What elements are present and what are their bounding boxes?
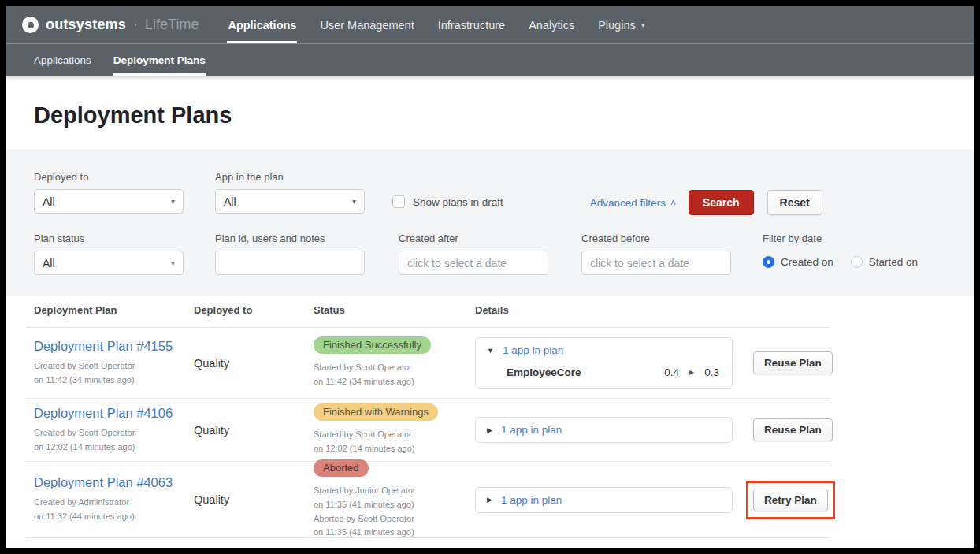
table-header: Deployment Plan Deployed to Status Detai… bbox=[26, 304, 830, 328]
retry-plan-button[interactable]: Retry Plan bbox=[753, 489, 828, 511]
outsystems-logo-icon bbox=[22, 17, 39, 33]
plan-status-select[interactable]: All ▾ bbox=[34, 251, 184, 275]
filter-app-in-plan: App in the plan All ▾ bbox=[215, 171, 365, 214]
filter-deployed-to: Deployed to All ▾ bbox=[34, 171, 184, 214]
column-header-deployment-plan: Deployment Plan bbox=[26, 304, 186, 316]
deployed-to-value: Quality bbox=[194, 493, 229, 506]
plan-id-label: Plan id, users and notes bbox=[215, 232, 365, 244]
status-info: Started by Scott Operator on 11:42 (34 m… bbox=[314, 361, 467, 389]
radio-started-on[interactable]: Started on bbox=[851, 256, 918, 268]
top-navigation-bar: outsystems · LifeTime Applications User … bbox=[6, 6, 974, 44]
details-panel: ▼ 1 app in plan EmployeeCore 0.4 ▶ 0.3 bbox=[475, 337, 733, 389]
apps-in-plan-toggle[interactable]: ▶ 1 app in plan bbox=[487, 424, 721, 436]
brand-logo[interactable]: outsystems · LifeTime bbox=[22, 6, 199, 43]
column-header-actions bbox=[745, 304, 830, 316]
created-before-input[interactable] bbox=[581, 251, 731, 275]
plan-created-info: Created by Scott Operator on 11:42 (34 m… bbox=[34, 359, 186, 387]
app-in-plan-select[interactable]: All ▾ bbox=[215, 189, 365, 214]
details-panel: ▶ 1 app in plan bbox=[475, 487, 733, 513]
sub-nav-applications[interactable]: Applications bbox=[23, 44, 102, 76]
deployed-to-value: Quality bbox=[194, 357, 229, 370]
top-nav-infrastructure[interactable]: Infrastructure bbox=[426, 6, 517, 43]
chevron-up-icon: ˄ bbox=[670, 198, 676, 209]
plan-created-info: Created by Administrator on 11:32 (44 mi… bbox=[34, 496, 186, 523]
main-content: Deployment Plans Deployed to All ▾ App i… bbox=[6, 76, 974, 548]
column-header-details: Details bbox=[467, 304, 745, 316]
status-info: Started by Scott Operator on 12:02 (14 m… bbox=[314, 428, 467, 455]
triangle-collapsed-icon: ▶ bbox=[487, 426, 492, 434]
annotation-highlight-box: Retry Plan bbox=[746, 481, 835, 519]
version-arrow-icon: ▶ bbox=[689, 369, 694, 376]
plan-link[interactable]: Deployment Plan #4106 bbox=[34, 406, 173, 421]
created-after-input[interactable] bbox=[399, 251, 548, 275]
status-info: Started by Junior Operator on 11:35 (41 … bbox=[314, 484, 467, 539]
reset-button[interactable]: Reset bbox=[767, 190, 822, 215]
filter-created-before: Created before bbox=[581, 232, 731, 275]
table-row: Deployment Plan #4063 Created by Adminis… bbox=[26, 462, 830, 538]
column-header-deployed-to: Deployed to bbox=[186, 304, 306, 316]
column-header-status: Status bbox=[306, 304, 467, 316]
advanced-filters-link[interactable]: Advanced filters ˄ bbox=[590, 197, 676, 209]
created-before-label: Created before bbox=[581, 232, 731, 244]
plugins-dropdown-caret-icon: ▾ bbox=[641, 20, 645, 29]
top-nav: Applications User Management Infrastruct… bbox=[216, 6, 656, 43]
filter-plan-status: Plan status All ▾ bbox=[34, 232, 184, 275]
triangle-expanded-icon: ▼ bbox=[487, 347, 494, 355]
from-version: 0.4 bbox=[664, 366, 679, 378]
show-drafts-checkbox[interactable] bbox=[392, 195, 405, 208]
plan-id-input[interactable] bbox=[215, 251, 365, 275]
created-after-label: Created after bbox=[399, 232, 548, 244]
filters-panel: Deployed to All ▾ App in the plan All ▾ bbox=[6, 149, 974, 296]
chevron-down-icon: ▾ bbox=[171, 258, 175, 267]
radio-selected-icon bbox=[763, 256, 774, 268]
to-version: 0.3 bbox=[704, 366, 719, 378]
filter-by-date-label: Filter by date bbox=[763, 232, 918, 244]
app-name: EmployeeCore bbox=[507, 366, 581, 378]
lifetime-page: outsystems · LifeTime Applications User … bbox=[6, 6, 974, 548]
brand-separator-dot: · bbox=[133, 17, 138, 33]
radio-unselected-icon bbox=[851, 256, 863, 268]
filters-row-2: Plan status All ▾ Plan id, users and not… bbox=[34, 232, 946, 275]
apps-in-plan-toggle[interactable]: ▼ 1 app in plan bbox=[487, 344, 721, 356]
brand-product-name: LifeTime bbox=[145, 17, 199, 33]
filter-created-after: Created after bbox=[399, 232, 548, 275]
reuse-plan-button[interactable]: Reuse Plan bbox=[753, 351, 833, 374]
top-nav-user-management[interactable]: User Management bbox=[308, 6, 425, 43]
radio-created-on[interactable]: Created on bbox=[763, 256, 833, 268]
triangle-collapsed-icon: ▶ bbox=[487, 496, 492, 504]
secondary-navigation-bar: Applications Deployment Plans bbox=[6, 44, 974, 76]
plan-status-label: Plan status bbox=[34, 232, 184, 244]
reuse-plan-button[interactable]: Reuse Plan bbox=[753, 418, 833, 441]
app-in-plan-label: App in the plan bbox=[215, 171, 365, 183]
top-nav-plugins[interactable]: Plugins ▾ bbox=[586, 6, 657, 43]
page-title: Deployment Plans bbox=[34, 102, 974, 128]
app-version-row: EmployeeCore 0.4 ▶ 0.3 bbox=[487, 366, 721, 381]
filters-row-1: Deployed to All ▾ App in the plan All ▾ bbox=[34, 171, 946, 215]
show-drafts-filter: Show plans in draft bbox=[392, 195, 503, 208]
table-row: Deployment Plan #4106 Created by Scott O… bbox=[26, 399, 830, 462]
apps-in-plan-toggle[interactable]: ▶ 1 app in plan bbox=[487, 494, 721, 506]
filter-plan-id: Plan id, users and notes bbox=[215, 232, 365, 275]
filter-by-date-options: Created on Started on bbox=[763, 256, 918, 268]
plan-created-info: Created by Scott Operator on 12:02 (14 m… bbox=[34, 426, 186, 454]
app-versions: 0.4 ▶ 0.3 bbox=[664, 366, 719, 378]
chevron-down-icon: ▾ bbox=[171, 197, 175, 206]
filter-by-date: Filter by date Created on Started on bbox=[763, 232, 918, 268]
chevron-down-icon: ▾ bbox=[352, 197, 356, 206]
details-panel: ▶ 1 app in plan bbox=[475, 417, 733, 443]
screenshot-frame: outsystems · LifeTime Applications User … bbox=[0, 0, 980, 554]
top-nav-applications[interactable]: Applications bbox=[216, 6, 308, 43]
plan-link[interactable]: Deployment Plan #4063 bbox=[34, 475, 173, 490]
brand-name: outsystems bbox=[46, 17, 126, 33]
deployment-plans-table: Deployment Plan Deployed to Status Detai… bbox=[26, 304, 830, 538]
deployed-to-label: Deployed to bbox=[34, 171, 184, 183]
top-nav-analytics[interactable]: Analytics bbox=[517, 6, 586, 43]
search-button[interactable]: Search bbox=[689, 190, 754, 215]
show-drafts-label: Show plans in draft bbox=[413, 196, 503, 208]
plan-link[interactable]: Deployment Plan #4155 bbox=[34, 339, 173, 354]
sub-nav-deployment-plans[interactable]: Deployment Plans bbox=[102, 44, 217, 76]
status-badge: Finished with Warnings bbox=[314, 403, 438, 421]
deployed-to-select[interactable]: All ▾ bbox=[34, 189, 184, 214]
status-badge: Aborted bbox=[314, 459, 369, 477]
status-badge: Finished Successfully bbox=[314, 336, 431, 354]
